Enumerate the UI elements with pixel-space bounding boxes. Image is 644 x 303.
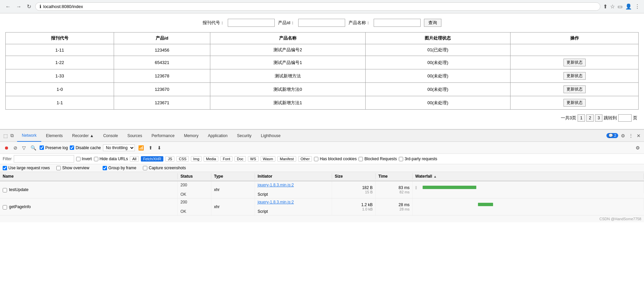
filter-other-btn[interactable]: Other bbox=[298, 156, 312, 162]
disable-cache-label[interactable]: Disable cache bbox=[70, 145, 101, 150]
tab-security[interactable]: Security bbox=[232, 130, 256, 142]
invert-checkbox[interactable] bbox=[76, 157, 80, 161]
share-button[interactable]: ⬆ bbox=[603, 3, 607, 10]
filter-fetch-xhr-btn[interactable]: Fetch/XHR bbox=[141, 156, 164, 162]
preserve-log-label[interactable]: Preserve log bbox=[40, 145, 68, 150]
csdn-watermark: CSDN @HandSome7758 bbox=[0, 216, 644, 222]
export-button[interactable]: ⬇ bbox=[156, 144, 163, 151]
update-status-button[interactable]: 更新状态 bbox=[564, 59, 586, 66]
blocked-cookies-label[interactable]: Has blocked cookies bbox=[314, 157, 357, 161]
forward-button[interactable]: → bbox=[15, 3, 23, 10]
filter-font-btn[interactable]: Font bbox=[220, 156, 232, 162]
net-col-status[interactable]: Status bbox=[178, 173, 211, 179]
page-btn-3[interactable]: 3 bbox=[595, 114, 602, 122]
table-row: 1-11123456测试产品编号201(已处理) bbox=[6, 44, 639, 56]
third-party-checkbox[interactable] bbox=[399, 157, 403, 161]
devtools-more-icon[interactable]: ⋮ bbox=[628, 132, 634, 139]
tab-console[interactable]: Console bbox=[99, 130, 123, 142]
menu-button[interactable]: ⋮ bbox=[635, 3, 640, 10]
inspect-element-icon[interactable]: ⬚ bbox=[3, 132, 8, 139]
device-toolbar-icon[interactable]: ⧉ bbox=[10, 132, 14, 139]
tab-network[interactable]: Network bbox=[17, 130, 41, 142]
preserve-log-checkbox[interactable] bbox=[40, 145, 44, 150]
network-row[interactable]: getPageInfo 200OKxhrjquery-1.8.3.min.js:… bbox=[0, 198, 644, 216]
devtools-filter-bar: Filter Invert Hide data URLs All Fetch/X… bbox=[0, 154, 644, 164]
tab-performance[interactable]: Performance bbox=[147, 130, 179, 142]
blocked-requests-checkbox[interactable] bbox=[359, 157, 363, 161]
tab-elements[interactable]: Elements bbox=[41, 130, 67, 142]
bookmark-button[interactable]: ☆ bbox=[610, 3, 615, 10]
net-col-time[interactable]: Time bbox=[376, 173, 413, 179]
large-rows-label[interactable]: Use large request rows bbox=[3, 166, 50, 170]
show-overview-label[interactable]: Show overview bbox=[56, 166, 89, 170]
net-col-name[interactable]: Name bbox=[0, 173, 178, 179]
devtools-settings-icon[interactable]: ⚙ bbox=[620, 132, 626, 139]
update-status-button[interactable]: 更新状态 bbox=[564, 99, 586, 107]
import-button[interactable]: ⬆ bbox=[147, 144, 154, 151]
wifi-icon[interactable]: 📶 bbox=[137, 144, 145, 151]
filter-all-btn[interactable]: All bbox=[130, 156, 139, 162]
window-button[interactable]: ▭ bbox=[618, 3, 623, 10]
net-row-checkbox[interactable] bbox=[3, 188, 7, 192]
net-row-checkbox[interactable] bbox=[3, 205, 7, 209]
page-btn-2[interactable]: 2 bbox=[586, 114, 594, 122]
tab-memory[interactable]: Memory bbox=[179, 130, 203, 142]
invert-label[interactable]: Invert bbox=[76, 157, 92, 161]
tab-application[interactable]: Application bbox=[203, 130, 232, 142]
network-settings-icon[interactable]: ⚙ bbox=[634, 144, 641, 151]
initiator-type: Script bbox=[258, 192, 329, 197]
blocked-requests-label[interactable]: Blocked Requests bbox=[359, 157, 397, 161]
group-by-frame-label[interactable]: Group by frame bbox=[103, 166, 136, 170]
filter-img-btn[interactable]: Img bbox=[191, 156, 202, 162]
back-button[interactable]: ← bbox=[4, 3, 12, 10]
throttle-select[interactable]: No throttling bbox=[103, 144, 135, 151]
clear-button[interactable]: ⊘ bbox=[12, 144, 19, 151]
bkdh-input[interactable] bbox=[228, 19, 275, 27]
show-overview-text: Show overview bbox=[62, 166, 89, 170]
devtools-close-icon[interactable]: ✕ bbox=[636, 132, 641, 139]
filter-manifest-btn[interactable]: Manifest bbox=[277, 156, 296, 162]
tab-lighthouse[interactable]: Lighthouse bbox=[256, 130, 285, 142]
options-group-left: Use large request rows Show overview bbox=[3, 166, 89, 170]
query-button[interactable]: 查询 bbox=[424, 19, 441, 27]
net-col-size[interactable]: Size bbox=[332, 173, 376, 179]
large-rows-checkbox[interactable] bbox=[3, 166, 7, 170]
cpmc-input[interactable] bbox=[374, 19, 421, 27]
initiator-link[interactable]: jquery-1.8.3.min.js:2 bbox=[258, 200, 329, 204]
net-initiator-cell: jquery-1.8.3.min.js:2Script bbox=[255, 198, 332, 215]
capture-screenshots-checkbox[interactable] bbox=[143, 166, 147, 170]
tab-sources[interactable]: Sources bbox=[123, 130, 147, 142]
filter-toggle-button[interactable]: ▽ bbox=[21, 144, 27, 151]
filter-js-btn[interactable]: JS bbox=[165, 156, 174, 162]
network-row[interactable]: testUpdate 200OKxhrjquery-1.8.3.min.js:2… bbox=[0, 181, 644, 198]
net-col-initiator[interactable]: Initiator bbox=[255, 173, 332, 179]
hide-data-urls-label[interactable]: Hide data URLs bbox=[94, 157, 128, 161]
filter-ws-btn[interactable]: WS bbox=[248, 156, 259, 162]
record-button[interactable]: ⏺ bbox=[3, 144, 10, 151]
filter-wasm-btn[interactable]: Wasm bbox=[261, 156, 276, 162]
net-col-waterfall[interactable]: Waterfall ▲ bbox=[413, 173, 644, 179]
tab-recorder[interactable]: Recorder ▲ bbox=[67, 130, 99, 142]
filter-input[interactable] bbox=[14, 155, 74, 163]
jump-input[interactable] bbox=[618, 114, 632, 122]
show-overview-checkbox[interactable] bbox=[56, 166, 61, 170]
filter-doc-btn[interactable]: Doc bbox=[234, 156, 246, 162]
capture-screenshots-label[interactable]: Capture screenshots bbox=[143, 166, 186, 170]
filter-css-btn[interactable]: CSS bbox=[176, 156, 189, 162]
profile-button[interactable]: 👤 bbox=[625, 3, 632, 10]
reload-button[interactable]: ↻ bbox=[25, 3, 33, 10]
update-status-button[interactable]: 更新状态 bbox=[564, 85, 586, 93]
blocked-cookies-checkbox[interactable] bbox=[314, 157, 318, 161]
hide-data-urls-checkbox[interactable] bbox=[94, 157, 98, 161]
net-col-type[interactable]: Type bbox=[211, 173, 255, 179]
cpid-input[interactable] bbox=[298, 19, 345, 27]
search-button[interactable]: 🔍 bbox=[29, 144, 38, 151]
disable-cache-checkbox[interactable] bbox=[70, 145, 74, 150]
blocked-cookies-text: Has blocked cookies bbox=[320, 157, 357, 161]
initiator-link[interactable]: jquery-1.8.3.min.js:2 bbox=[258, 183, 329, 187]
page-btn-1[interactable]: 1 bbox=[578, 114, 585, 122]
filter-media-btn[interactable]: Media bbox=[204, 156, 218, 162]
third-party-label[interactable]: 3rd-party requests bbox=[399, 157, 437, 161]
update-status-button[interactable]: 更新状态 bbox=[564, 72, 586, 80]
group-by-frame-checkbox[interactable] bbox=[103, 166, 107, 170]
